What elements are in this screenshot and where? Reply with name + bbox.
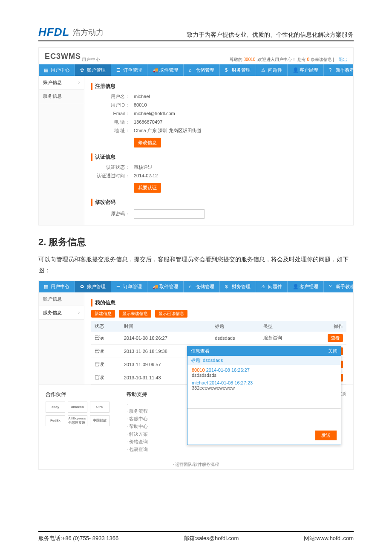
nav-issues[interactable]: ⚠问题件 [256, 64, 288, 76]
help-link[interactable]: 客服中心 [127, 416, 148, 422]
new-message-button[interactable]: 新建信息 [91, 310, 115, 318]
nav-issues[interactable]: ⚠问题件 [256, 281, 288, 292]
nav-account[interactable]: ✿账户管理 [75, 281, 111, 292]
nav-pickup[interactable]: 🚚取件管理 [147, 281, 184, 292]
bottom-note: · 运营团队/软件服务流程 [39, 460, 353, 469]
help-link[interactable]: 帮助中心 [127, 423, 148, 430]
nav-finance[interactable]: $财务管理 [220, 281, 256, 292]
doc-footer: 服务电话:+86 (0)755- 8933 1366 邮箱:sales@hofd… [38, 531, 354, 542]
view-button[interactable]: 查看 [328, 334, 343, 342]
help-link[interactable]: 价格查询 [127, 439, 148, 445]
request-auth-button[interactable]: 我要认证 [134, 183, 161, 193]
dollar-icon: $ [225, 67, 230, 72]
nav-warehouse[interactable]: ⌂仓储管理 [184, 64, 220, 76]
value-auth-status: 审核通过 [134, 164, 153, 171]
section-registration: 注册信息 [91, 83, 346, 90]
chevron-right-icon: › [78, 80, 80, 85]
user-icon: 👤 [293, 67, 298, 72]
sidebar-item-service-info[interactable]: 服务信息 [39, 90, 84, 103]
gear-icon: ✿ [80, 67, 85, 72]
nav-warehouse[interactable]: ⌂仓储管理 [184, 281, 220, 292]
modal-subject: 标题: dsdsdads [187, 356, 341, 365]
home-icon: ⌂ [189, 284, 194, 289]
show-read-button[interactable]: 显示已读信息 [155, 310, 187, 318]
nav-finance[interactable]: $财务管理 [220, 64, 256, 76]
modal-close-button[interactable]: 关闭 [328, 348, 337, 354]
screenshot-service: ▦用户中心 ✿账户管理 ☰订单管理 🚚取件管理 ⌂仓储管理 $财务管理 ⚠问题件… [38, 280, 354, 470]
col-type: 类型 [260, 321, 306, 332]
truck-icon: 🚚 [153, 67, 158, 72]
main-nav-2: ▦用户中心 ✿账户管理 ☰订单管理 🚚取件管理 ⌂仓储管理 $财务管理 ⚠问题件… [39, 281, 353, 292]
edit-info-button[interactable]: 修改信息 [134, 138, 161, 147]
partner-logo: UPS [90, 402, 110, 413]
alert-icon: ⚠ [261, 67, 266, 72]
screenshot-account: EC3WMS用户中心 尊敬的 80010 ,欢迎进入用户中心！ 您有 0 条未读… [38, 47, 354, 225]
nav-pickup[interactable]: 🚚取件管理 [147, 64, 184, 76]
app-brand: EC3WMS用户中心 [45, 52, 101, 63]
help-heading: 帮助支持 [127, 391, 148, 398]
value-username: michael [134, 94, 150, 99]
home-icon: ⌂ [189, 67, 194, 72]
section-password: 修改密码 [91, 199, 346, 206]
nav-account[interactable]: ✿账户管理 [75, 64, 111, 76]
chevron-right-icon: › [78, 310, 80, 315]
label-auth-status: 认证状态： [91, 164, 130, 171]
value-auth-time: 2014-02-12 [134, 173, 158, 178]
logo-cn: 浩方动力 [73, 27, 104, 38]
value-phone: 13686870497 [134, 119, 162, 124]
modal-body: 80010 2014-01-08 16:26:27 dsdsdsdsds mic… [187, 365, 341, 408]
label-username: 用户名： [91, 93, 130, 100]
help-link[interactable]: 解决方案 [127, 431, 148, 437]
logout-link[interactable]: 退出 [339, 57, 347, 62]
modal-input-area[interactable] [187, 408, 341, 426]
value-address: China 广东 深圳 龙岗区坂田街道 [134, 127, 202, 134]
label-auth-time: 认证通过时间： [91, 173, 130, 179]
partner-logo: amazon [68, 402, 87, 413]
nav-user-center[interactable]: ▦用户中心 [39, 281, 75, 292]
doc-logo: HFDL 浩方动力 [38, 26, 104, 39]
value-email: michael@hofdl.com [134, 111, 175, 116]
col-title: 标题 [211, 321, 260, 332]
sidebar: 账户信息› 服务信息 [39, 76, 84, 225]
table-row: 已读2014-01-08 16:26:27dsdsdads服务咨询查看 [91, 332, 346, 345]
nav-order[interactable]: ☰订单管理 [111, 64, 147, 76]
doc-slogan: 致力于为客户提供专业、优质的、个性化的信息化解决方案服务 [187, 31, 354, 39]
grid-icon: ▦ [44, 284, 49, 289]
user-icon: 👤 [293, 284, 298, 289]
nav-tutorial[interactable]: ?新手教程 [324, 64, 360, 76]
partner-logo: ebay [46, 402, 65, 413]
message-view-modal: 信息查看 关闭 标题: dsdsdads 80010 2014-01-08 16… [187, 346, 341, 445]
col-op: 操作 [306, 321, 346, 332]
nav-user-center[interactable]: ▦用户中心 [39, 64, 75, 76]
list-icon: ☰ [116, 284, 121, 289]
truck-icon: 🚚 [153, 284, 158, 289]
modal-title: 信息查看 [191, 348, 210, 354]
help-link[interactable]: 服务流程 [127, 408, 148, 414]
sidebar-item-account-info[interactable]: 账户信息› [39, 76, 84, 90]
section-my-messages: 我的信息 [91, 299, 346, 306]
send-button[interactable]: 发送 [315, 431, 337, 440]
value-userid: 80010 [134, 102, 147, 107]
main-nav: ▦用户中心 ✿账户管理 ☰订单管理 🚚取件管理 ⌂仓储管理 $财务管理 ⚠问题件… [39, 64, 353, 76]
sidebar-item-account-info[interactable]: 账户信息 [39, 292, 84, 306]
nav-manager[interactable]: 👤客户经理 [288, 281, 324, 292]
sidebar-item-service-info[interactable]: 服务信息› [39, 306, 84, 320]
section-auth: 认证信息 [91, 153, 346, 161]
help-link[interactable]: 包裹查询 [127, 446, 148, 453]
partner-logo: AliExpress 全球速卖通 [68, 415, 87, 426]
nav-order[interactable]: ☰订单管理 [111, 281, 147, 292]
grid-icon: ▦ [44, 67, 49, 72]
old-password-input[interactable] [134, 209, 205, 219]
partner-logo: FedEx [46, 415, 65, 426]
section-paragraph: 可以向管理员和客服提交服务信息，提交后，客服和管理员将会看到您提交的服务信息，将… [38, 254, 354, 276]
nav-manager[interactable]: 👤客户经理 [288, 64, 324, 76]
col-time: 时间 [121, 321, 212, 332]
logo-text: HFDL [38, 26, 69, 39]
show-unread-button[interactable]: 显示未读信息 [119, 310, 151, 318]
partners-heading: 合作伙伴 [46, 391, 110, 398]
sidebar-2: 账户信息 服务信息› [39, 292, 84, 384]
nav-tutorial[interactable]: ?新手教程 [324, 281, 360, 292]
message-toolbar: 新建信息 显示未读信息 显示已读信息 [91, 310, 346, 318]
doc-header: HFDL 浩方动力 致力于为客户提供专业、优质的、个性化的信息化解决方案服务 [38, 26, 354, 41]
list-icon: ☰ [116, 67, 121, 72]
